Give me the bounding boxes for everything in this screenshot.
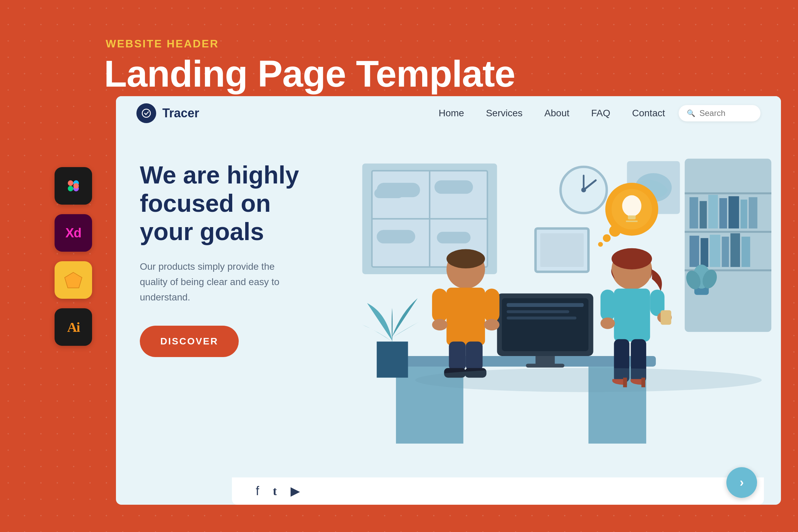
svg-rect-72 (466, 342, 483, 371)
sketch-icon[interactable] (55, 261, 92, 299)
svg-rect-27 (749, 197, 757, 228)
svg-point-4 (73, 183, 79, 189)
website-header-label: WEBSITE HEADER (106, 38, 219, 50)
logo-icon (136, 103, 156, 123)
svg-rect-62 (507, 310, 569, 313)
search-input[interactable] (699, 108, 752, 118)
search-icon: 🔍 (687, 109, 695, 117)
svg-point-80 (601, 317, 615, 329)
xd-icon[interactable]: Xd (55, 214, 92, 252)
svg-rect-63 (507, 316, 577, 319)
svg-rect-87 (377, 342, 408, 378)
svg-rect-31 (722, 237, 729, 267)
logo-area: Tracer (136, 103, 199, 123)
nav-services[interactable]: Services (486, 108, 522, 119)
left-content: We are highly focused on your goals Our … (116, 130, 348, 505)
svg-rect-14 (434, 180, 473, 194)
svg-rect-61 (507, 303, 584, 307)
social-bar: f t ▶ (232, 477, 764, 505)
ai-icon[interactable]: Ai (55, 308, 92, 346)
svg-rect-13 (374, 189, 403, 198)
svg-point-69 (432, 319, 447, 330)
svg-rect-19 (685, 231, 771, 233)
svg-point-76 (611, 248, 652, 269)
youtube-icon[interactable]: ▶ (291, 484, 300, 498)
tool-icons-list: Xd Ai (55, 167, 92, 346)
svg-rect-29 (700, 238, 708, 267)
svg-rect-26 (740, 200, 747, 228)
svg-rect-16 (437, 232, 471, 243)
svg-rect-28 (690, 236, 699, 267)
svg-rect-82 (661, 310, 671, 325)
svg-rect-71 (449, 342, 466, 371)
svg-rect-23 (708, 195, 718, 228)
nav-faq[interactable]: FAQ (591, 108, 610, 119)
svg-rect-45 (540, 233, 583, 267)
svg-point-70 (484, 319, 499, 330)
svg-rect-24 (719, 198, 727, 228)
svg-rect-33 (741, 237, 750, 267)
svg-rect-21 (690, 197, 698, 228)
svg-rect-59 (535, 356, 555, 365)
facebook-icon[interactable]: f (256, 484, 259, 498)
nav-links: Home Services About FAQ Contact (439, 108, 665, 119)
logo-text: Tracer (162, 106, 199, 120)
svg-rect-32 (730, 233, 740, 267)
svg-rect-77 (614, 289, 650, 341)
twitter-icon[interactable]: t (273, 484, 277, 498)
discover-button[interactable]: DISCOVER (140, 326, 239, 357)
svg-rect-0 (68, 180, 73, 186)
svg-rect-66 (446, 288, 485, 345)
hero-subtitle: Our products simply provide the quality … (140, 259, 304, 305)
hero-title: We are highly focused on your goals (140, 161, 324, 246)
svg-point-48 (622, 195, 641, 217)
nav-about[interactable]: About (544, 108, 569, 119)
content-area: We are highly focused on your goals Our … (116, 130, 781, 505)
search-bar[interactable]: 🔍 (679, 105, 760, 121)
svg-rect-30 (710, 235, 720, 267)
figma-icon[interactable] (55, 167, 92, 205)
svg-point-88 (415, 368, 762, 392)
svg-rect-60 (526, 364, 564, 367)
svg-rect-78 (601, 290, 615, 321)
svg-point-7 (142, 109, 150, 117)
svg-point-65 (446, 249, 485, 268)
svg-point-53 (598, 242, 603, 247)
svg-rect-68 (484, 289, 499, 322)
nav-home[interactable]: Home (439, 108, 464, 119)
navbar: Tracer Home Services About FAQ Contact 🔍 (116, 96, 781, 130)
next-button[interactable]: › (726, 467, 757, 498)
next-arrow-icon: › (740, 475, 744, 490)
svg-point-51 (609, 225, 621, 237)
svg-point-52 (603, 234, 611, 242)
landing-card: Tracer Home Services About FAQ Contact 🔍… (116, 96, 781, 505)
svg-rect-49 (628, 216, 636, 219)
svg-rect-25 (728, 196, 739, 228)
right-illustration (348, 130, 781, 505)
svg-rect-22 (700, 201, 707, 228)
svg-rect-2 (68, 186, 73, 191)
nav-contact[interactable]: Contact (632, 108, 665, 119)
page-title: Landing Page Template (104, 53, 515, 94)
svg-rect-67 (432, 289, 447, 322)
svg-rect-15 (377, 230, 415, 243)
svg-marker-6 (65, 272, 82, 288)
svg-rect-18 (685, 192, 771, 194)
